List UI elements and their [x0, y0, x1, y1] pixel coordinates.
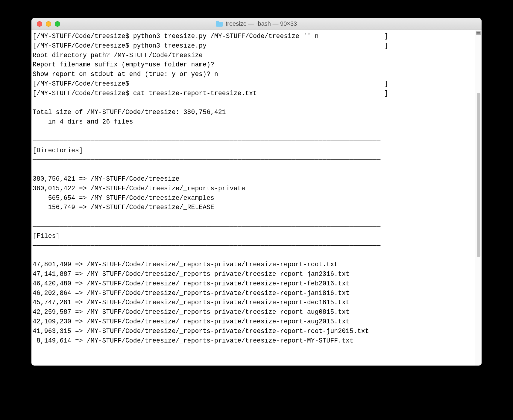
pane-toggle-icon[interactable]	[476, 31, 481, 35]
window-title-text: treesize — -bash — 90×33	[226, 20, 297, 27]
minimize-icon[interactable]	[46, 21, 51, 27]
scrollbar-track[interactable]	[475, 30, 482, 366]
terminal-window: treesize — -bash — 90×33 [/MY-STUFF/Code…	[31, 18, 482, 366]
traffic-lights	[31, 21, 60, 27]
folder-icon	[216, 22, 223, 27]
window-title: treesize — -bash — 90×33	[31, 20, 482, 27]
titlebar[interactable]: treesize — -bash — 90×33	[31, 18, 482, 30]
scrollbar-thumb[interactable]	[477, 93, 480, 257]
close-icon[interactable]	[37, 21, 42, 27]
terminal-output[interactable]: [/MY-STUFF/Code/treesize$ python3 treesi…	[31, 30, 482, 366]
zoom-icon[interactable]	[55, 21, 60, 27]
terminal-content-wrap: [/MY-STUFF/Code/treesize$ python3 treesi…	[31, 30, 482, 366]
